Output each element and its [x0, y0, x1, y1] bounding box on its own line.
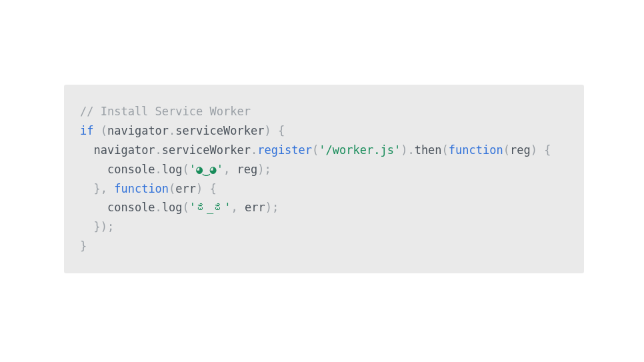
punct: ,	[231, 201, 245, 214]
punct: )	[401, 143, 407, 157]
identifier: log	[162, 163, 183, 176]
code-line: navigator.serviceWorker.register('/worke…	[80, 141, 568, 160]
code-line: // Install Service Worker	[80, 102, 568, 121]
punct: (	[183, 201, 189, 214]
identifier: console	[107, 163, 155, 176]
code-line: });	[80, 217, 568, 237]
param: reg	[510, 143, 531, 157]
punct: .	[251, 143, 257, 157]
punct: );	[257, 163, 271, 176]
code-line: }	[80, 237, 568, 256]
indent	[80, 143, 93, 157]
punct: (	[169, 182, 175, 195]
string-token: '◕‿◕'	[189, 163, 223, 176]
punct: }	[80, 239, 87, 253]
identifier: serviceWorker	[162, 143, 251, 157]
code-line: console.log('ಠ_ಠ', err);	[80, 198, 568, 217]
string-token: 'ಠ_ಠ'	[189, 201, 231, 214]
identifier: navigator	[107, 124, 169, 137]
identifier: console	[107, 201, 155, 214]
code-line: }, function(err) {	[80, 179, 568, 199]
punct: .	[169, 124, 175, 137]
code-block: // Install Service Workerif (navigator.s…	[64, 85, 584, 273]
punct: .	[155, 143, 162, 157]
punct: ) {	[264, 124, 285, 137]
indent	[80, 220, 93, 233]
indent	[80, 163, 107, 176]
string-token: '/worker.js'	[319, 143, 401, 157]
punct: .	[407, 143, 414, 157]
punct: });	[93, 220, 114, 233]
punct: (	[442, 143, 449, 157]
punct: (	[183, 163, 189, 176]
identifier: log	[162, 201, 183, 214]
punct: ,	[223, 163, 237, 176]
param: err	[175, 182, 196, 195]
keyword-function: function	[449, 143, 503, 157]
identifier: navigator	[93, 143, 155, 157]
keyword-if: if	[80, 124, 93, 137]
punct: (	[312, 143, 319, 157]
indent	[80, 201, 107, 214]
punct: (	[93, 124, 107, 137]
punct: ) {	[196, 182, 217, 195]
indent	[80, 182, 93, 195]
punct: },	[93, 182, 114, 195]
code-line: if (navigator.serviceWorker) {	[80, 121, 568, 141]
param: reg	[237, 163, 258, 176]
punct: ) {	[531, 143, 551, 157]
punct: (	[503, 143, 510, 157]
comment-token: // Install Service Worker	[80, 105, 251, 118]
punct: .	[155, 201, 162, 214]
keyword-function: function	[114, 182, 169, 195]
param: err	[245, 201, 265, 214]
method-register: register	[257, 143, 312, 157]
punct: .	[155, 163, 162, 176]
punct: );	[265, 201, 279, 214]
identifier: serviceWorker	[175, 124, 264, 137]
code-line: console.log('◕‿◕', reg);	[80, 160, 568, 179]
identifier: then	[415, 143, 442, 157]
